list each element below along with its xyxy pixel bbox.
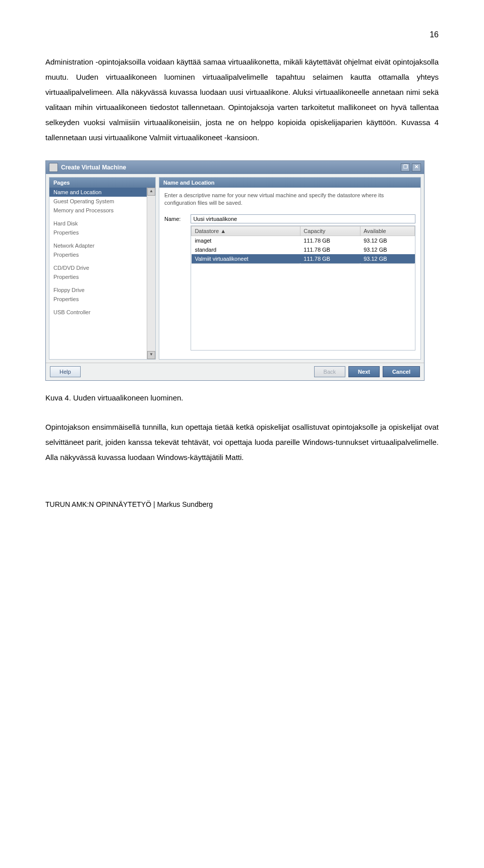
pages-item-name-location[interactable]: Name and Location xyxy=(49,188,147,197)
footer-text: TURUN AMK:N OPINNÄYTETYÖ | Markus Sundbe… xyxy=(45,500,439,508)
cell: 111.78 GB xyxy=(300,254,360,264)
cell: imaget xyxy=(192,236,300,245)
figure-caption: Kuva 4. Uuden virtuaalikoneen luominen. xyxy=(45,393,439,402)
main-header: Name and Location xyxy=(159,178,420,188)
cell: standard xyxy=(192,245,300,254)
pages-item-floppy[interactable]: Floppy Drive xyxy=(49,285,147,295)
table-row[interactable]: Valmiit virtuaalikoneet 111.78 GB 93.12 … xyxy=(192,254,415,264)
col-capacity[interactable]: Capacity xyxy=(300,226,360,236)
name-input[interactable] xyxy=(191,214,415,223)
window-icon xyxy=(49,163,58,172)
create-vm-dialog: Create Virtual Machine ❐ ✕ Pages Name an… xyxy=(45,160,425,381)
name-label: Name: xyxy=(164,214,180,222)
paragraph-1: Administration -opintojaksoilla voidaan … xyxy=(45,54,439,145)
pages-item-cd-props[interactable]: Properties xyxy=(49,272,147,281)
help-button[interactable]: Help xyxy=(50,366,81,377)
col-available[interactable]: Available xyxy=(360,226,415,236)
scroll-down-icon[interactable]: ▼ xyxy=(147,351,155,359)
restore-icon[interactable]: ❐ xyxy=(401,163,410,171)
table-row[interactable]: imaget 111.78 GB 93.12 GB xyxy=(192,236,415,245)
col-datastore[interactable]: Datastore ▲ xyxy=(192,226,300,236)
cancel-button[interactable]: Cancel xyxy=(383,366,420,377)
paragraph-2: Opintojakson ensimmäisellä tunnilla, kun… xyxy=(45,420,439,465)
table-empty-area xyxy=(191,264,415,350)
scroll-up-icon[interactable]: ▲ xyxy=(147,188,155,196)
cell: Valmiit virtuaalikoneet xyxy=(192,254,300,264)
cell: 93.12 GB xyxy=(360,254,415,264)
description-text: Enter a descriptive name for your new vi… xyxy=(164,192,415,207)
page-number: 16 xyxy=(45,30,439,39)
next-button[interactable]: Next xyxy=(348,366,380,377)
cell: 93.12 GB xyxy=(360,245,415,254)
pages-item-memory[interactable]: Memory and Processors xyxy=(49,206,147,215)
pages-item-fl-props[interactable]: Properties xyxy=(49,295,147,304)
cell: 93.12 GB xyxy=(360,236,415,245)
pages-header: Pages xyxy=(49,178,155,188)
pages-item-hard-disk[interactable]: Hard Disk xyxy=(49,219,147,228)
pages-scrollbar[interactable]: ▲ ▼ xyxy=(147,188,155,359)
back-button: Back xyxy=(314,366,345,377)
pages-item-guest-os[interactable]: Guest Operating System xyxy=(49,197,147,206)
table-row[interactable]: standard 111.78 GB 93.12 GB xyxy=(192,245,415,254)
pages-item-cddvd[interactable]: CD/DVD Drive xyxy=(49,263,147,272)
cell: 111.78 GB xyxy=(300,236,360,245)
pages-item-net-props[interactable]: Properties xyxy=(49,250,147,259)
pages-panel: Pages Name and Location Guest Operating … xyxy=(49,177,156,360)
cell: 111.78 GB xyxy=(300,245,360,254)
pages-list: Name and Location Guest Operating System… xyxy=(49,188,147,359)
dialog-footer: Help Back Next Cancel xyxy=(46,363,424,380)
titlebar: Create Virtual Machine ❐ ✕ xyxy=(46,161,424,174)
window-title: Create Virtual Machine xyxy=(61,164,126,171)
close-icon[interactable]: ✕ xyxy=(412,163,421,171)
datastore-table: Datastore ▲ Capacity Available imaget xyxy=(191,226,415,264)
pages-item-usb[interactable]: USB Controller xyxy=(49,308,147,317)
pages-item-network[interactable]: Network Adapter xyxy=(49,241,147,250)
pages-item-hd-props[interactable]: Properties xyxy=(49,228,147,237)
main-panel: Name and Location Enter a descriptive na… xyxy=(159,177,421,360)
